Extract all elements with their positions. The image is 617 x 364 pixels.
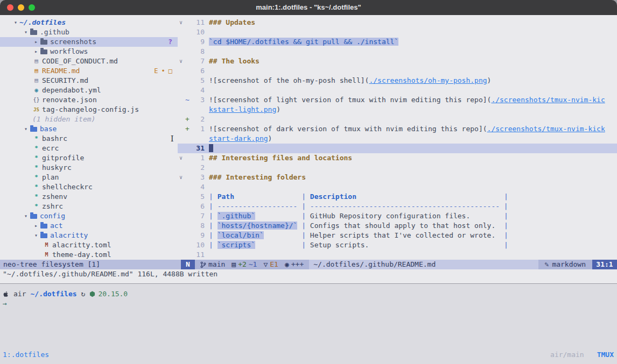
git-status-badges: ?	[168, 37, 172, 47]
editor-line[interactable]: 5![screenshot of the oh-my-posh shell](.…	[178, 76, 617, 85]
editor-line[interactable]: 4	[178, 182, 617, 192]
tree-item--.dotfiles[interactable]: ▾~/.dotfiles	[0, 18, 178, 27]
fold-column	[178, 144, 184, 153]
tree-item-code-of-conduct.md[interactable]: ▤CODE_OF_CONDUCT.md	[0, 56, 178, 66]
line-text: ## Interesting files and locations	[205, 153, 617, 163]
file-icon: *	[32, 163, 40, 173]
file-icon: M	[43, 250, 51, 260]
tree-item-act[interactable]: ▸act	[0, 221, 178, 231]
editor-line[interactable]: +1![screenshot of dark version of tmux w…	[178, 124, 617, 134]
editor-line[interactable]: 10	[178, 27, 617, 37]
chevron-down-icon[interactable]: ▾	[32, 231, 40, 240]
editor-line[interactable]: 6| ------------------- | ---------------…	[178, 202, 617, 211]
tree-item-gitprofile[interactable]: *gitprofile	[0, 153, 178, 163]
tree-item-security.md[interactable]: ▤SECURITY.md	[0, 76, 178, 85]
editor-line[interactable]: 10| `scripts` | Setup scripts. |	[178, 240, 617, 250]
editor-line[interactable]: 31	[178, 144, 617, 153]
statusline-extra: ◉ +++	[285, 260, 304, 269]
tree-item-zshrc[interactable]: *zshrc	[0, 202, 178, 211]
editor-line[interactable]: ∨3### Interesting folders	[178, 173, 617, 182]
fold-column	[178, 115, 184, 124]
editor-line[interactable]: 8| `hosts/{hostname}/` | Configs that sh…	[178, 221, 617, 231]
terminal-window: main:1:.dotfiles - "ks~/.dotfiles" ▾~/.d…	[0, 0, 617, 364]
editor-line[interactable]: 5| Path | Description |	[178, 192, 617, 202]
sign-column	[184, 27, 191, 37]
prompt-arrow[interactable]: →	[3, 299, 7, 309]
mouse-cursor: I	[171, 134, 175, 144]
tree-item-readme.md[interactable]: ▤README.mdE•□	[0, 66, 178, 76]
file-icon: ▤	[32, 56, 40, 66]
editor-line[interactable]: +2	[178, 115, 617, 124]
line-text: | `local/bin` | Helper scripts that I've…	[205, 231, 617, 240]
chevron-down-icon[interactable]: ▾	[22, 211, 30, 221]
tree-item-alacritty[interactable]: ▾alacritty	[0, 231, 178, 240]
git-sign-add: +	[184, 115, 191, 124]
minimize-button[interactable]	[18, 4, 24, 11]
tree-item-zshenv[interactable]: *zshenv	[0, 192, 178, 202]
title-bar: main:1:.dotfiles - "ks~/.dotfiles"	[0, 0, 617, 15]
chevron-right-icon[interactable]: ▸	[32, 37, 40, 47]
tree-item-shellcheckrc[interactable]: *shellcheckrc	[0, 182, 178, 192]
editor-line[interactable]: 7| `.github` | GitHub Repository configu…	[178, 211, 617, 221]
tree-item-base[interactable]: ▾base	[0, 124, 178, 134]
tree-item-bashrc[interactable]: *bashrc	[0, 134, 178, 144]
editor-line[interactable]: ∨11### Updates	[178, 18, 617, 27]
line-number: 5	[191, 76, 205, 85]
sign-column	[184, 47, 191, 56]
tree-item-huskyrc[interactable]: *huskyrc	[0, 163, 178, 173]
tmux-window-tab[interactable]: 1:.dotfiles	[3, 350, 49, 360]
editor-line[interactable]: ∨1## Interesting files and locations	[178, 153, 617, 163]
editor-line[interactable]: 2	[178, 163, 617, 173]
editor-line[interactable]: start-dark.png)	[178, 134, 617, 144]
tree-item-workflows[interactable]: ▸workflows	[0, 47, 178, 56]
diagnostics: ▽ E1	[263, 260, 278, 269]
fullscreen-button[interactable]	[29, 4, 35, 11]
editor-line[interactable]: 8	[178, 47, 617, 56]
line-text	[205, 85, 617, 95]
tree-item--1-hidden-item-[interactable]: (1 hidden item)	[0, 115, 178, 124]
shell-pane[interactable]: air ~/.dotfiles ↻ 20.15.0 → 1:.dotfiles …	[0, 284, 617, 364]
tree-item-screenshots[interactable]: ▸screenshots?	[0, 37, 178, 47]
close-button[interactable]	[7, 4, 13, 11]
line-text: ### Updates	[205, 18, 617, 27]
file-icon: {}	[32, 95, 40, 105]
tree-item-config[interactable]: ▾config	[0, 211, 178, 221]
line-text: | Path | Description |	[205, 192, 617, 202]
tree-item-renovate.json[interactable]: {}renovate.json	[0, 95, 178, 105]
editor-line[interactable]: 9| `local/bin` | Helper scripts that I'v…	[178, 231, 617, 240]
line-number: 4	[191, 85, 205, 95]
sign-column	[184, 173, 191, 182]
editor-line[interactable]: 9`cd $HOME/.dotfiles && git pull && ./in…	[178, 37, 617, 47]
tree-item-plan[interactable]: *plan	[0, 173, 178, 182]
editor-line[interactable]: ~3![screenshot of light version of tmux …	[178, 95, 617, 105]
tree-item-.github[interactable]: ▾.github	[0, 27, 178, 37]
tree-item-label: tag-changelog-config.js	[42, 105, 139, 115]
editor-line[interactable]: 11	[178, 250, 617, 260]
chevron-down-icon[interactable]: ▾	[12, 18, 19, 27]
editor-line[interactable]: 4	[178, 85, 617, 95]
tree-item-tag-changelog-config.js[interactable]: JStag-changelog-config.js	[0, 105, 178, 115]
line-number: 2	[191, 163, 205, 173]
tree-item-alacritty.toml[interactable]: Malacritty.toml	[0, 240, 178, 250]
sign-column	[184, 153, 191, 163]
line-text: ### Interesting folders	[205, 173, 617, 182]
editor-line[interactable]: 6	[178, 66, 617, 76]
window-title: main:1:.dotfiles - "ks~/.dotfiles"	[256, 3, 361, 12]
tree-item-ecrc[interactable]: *ecrc	[0, 144, 178, 153]
chevron-down-icon[interactable]: ▾	[22, 124, 30, 134]
chevron-right-icon[interactable]: ▸	[32, 47, 40, 56]
editor-line[interactable]: kstart-light.png)	[178, 105, 617, 115]
sign-column	[184, 56, 191, 66]
tree-item-theme-day.toml[interactable]: Mtheme-day.toml	[0, 250, 178, 260]
statusline-git-section: main ▤ +2 ~1 ▽ E1 ◉ +++	[195, 260, 309, 269]
tree-item-label: renovate.json	[42, 95, 97, 105]
line-number: 10	[191, 240, 205, 250]
tree-item-dependabot.yml[interactable]: ◉dependabot.yml	[0, 85, 178, 95]
chevron-right-icon[interactable]: ▸	[32, 221, 40, 231]
line-text	[205, 163, 617, 173]
sign-column	[184, 202, 191, 211]
file-icon: M	[43, 240, 51, 250]
chevron-down-icon[interactable]: ▾	[22, 27, 30, 37]
cursor-block	[209, 144, 213, 152]
editor-line[interactable]: ∨7## The looks	[178, 56, 617, 66]
